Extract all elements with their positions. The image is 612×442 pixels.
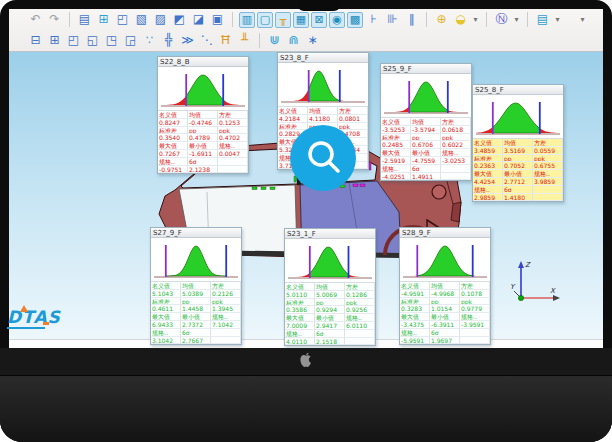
stats-cell: 3.4859 [473,147,503,155]
stats-cell: 规格.. [285,330,315,338]
callout-panel-S22_8_B[interactable]: S22_8_B名义值均值方差0.8247-0.47460.1253标准差pppp… [157,56,249,174]
stats-cell: 6.9433 [151,321,181,329]
stats-cell: 名义值 [285,283,315,291]
normal-distribution-icon[interactable]: Ⓝ [493,11,510,28]
part-box-colored-icon[interactable]: ◱ [84,32,101,49]
callout-panel-S25_9_F[interactable]: S25_9_F名义值均值方差-3.5253-3.57940.0618标准差ppp… [380,63,472,181]
target-dropdown-icon[interactable]: ▾ [471,11,480,28]
stats-row: 0.46111.44581.3945 [151,305,241,313]
stats-row: 0.24850.67060.6022 [381,141,471,149]
search-button[interactable] [290,125,356,191]
assembly-table-icon[interactable]: ⊟ [27,32,44,49]
view-section-icon[interactable]: ⊠ [311,12,327,28]
mirror-planes-icon[interactable]: ∥ [403,11,420,28]
stats-row: -2.5919-4.7559-3.0253 [381,157,471,165]
stats-cell: ppk [460,298,490,306]
view-sphere-icon[interactable]: ◉ [329,12,345,28]
stats-cell: 最大值 [381,149,411,157]
edit-doc-icon[interactable]: ◩ [171,11,188,28]
open-doc-icon[interactable]: ◰ [114,11,131,28]
stats-row: 名义值均值方差 [278,107,368,115]
measure-flag-icon[interactable]: ⊪ [384,11,401,28]
stats-cell: 1.4458 [181,305,211,313]
stats-row: 最大值最小值规格.. [151,313,241,321]
stats-row: 规格..6σ [285,330,375,338]
stats-row: 规格..6σ [400,329,490,337]
measure-caliper-icon[interactable]: ⊦ [365,11,382,28]
stats-cell [533,194,563,202]
fixture-box-icon[interactable]: ◳ [103,32,120,49]
panel-histogram [278,63,368,107]
stats-row: 0.7267-1.69110.0047 [158,150,248,158]
new-doc-icon[interactable]: ⊞ [95,11,112,28]
stats-row: -3.5253-3.57940.0618 [381,126,471,134]
toolbar-separator [69,12,70,27]
stats-row: 4.42542.77123.9859 [473,178,563,186]
panel-histogram [473,95,563,139]
stats-cell: 0.2485 [381,141,411,149]
stats-cell [460,337,490,345]
cube-pin-icon[interactable]: ◲ [122,32,139,49]
clamp-fixture-icon[interactable]: ╨ [236,32,253,49]
stats-cell: 0.1286 [345,291,375,299]
callout-panel-S25_8_F[interactable]: S25_8_F名义值均值方差3.48593.51690.0559标准差ppppk… [472,84,564,202]
locator-pins-icon[interactable]: ∵ [141,32,158,49]
stats-cell: 2.9417 [315,322,345,330]
callout-panel-S27_9_F[interactable]: S27_9_F名义值均值方差5.10435.03890.2126标准差ppppk… [150,227,242,345]
distribution-dropdown-icon[interactable]: ▾ [512,11,521,28]
stats-row: 名义值均值方差 [285,283,375,291]
logo-orange-triangle [20,305,28,312]
stats-cell: 最大值 [151,313,181,321]
node-star-icon[interactable]: ∗ [304,32,321,49]
more-dropdown-icon[interactable]: ▾ [578,11,587,28]
export-doc-icon[interactable]: ▤ [76,11,93,28]
panel-title: S23_1_F [285,229,375,239]
callout-panel-S28_9_F[interactable]: S28_9_F名义值均值方差-4.9591-4.99680.1078标准差ppp… [399,227,491,345]
angle-measure-icon[interactable]: ◒ [452,11,469,28]
vector-arrow-icon[interactable]: ≫ [179,32,196,49]
part-box-icon[interactable]: ◰ [65,32,82,49]
stats-cell: 3.1042 [151,337,181,345]
stats-cell: 均值 [411,118,441,126]
view-table-icon[interactable]: ╥ [275,12,291,28]
report-dropdown-icon[interactable]: ▾ [553,11,562,28]
edit-doc-alt-icon[interactable]: ◪ [190,11,207,28]
panel-title: S25_8_F [473,85,563,95]
print-doc-icon[interactable]: ▣ [209,11,226,28]
view-grid-icon[interactable]: ▩ [347,12,363,28]
undo-icon[interactable]: ↶ [27,11,44,28]
database-run-icon[interactable]: ⋒ [285,32,302,49]
car-rear-lamp [451,202,461,222]
database-sync-icon[interactable]: ⋓ [266,32,283,49]
stats-cell [218,166,248,174]
report-chart-icon[interactable]: ▧ [133,11,150,28]
redo-icon[interactable]: ↷ [46,11,63,28]
stats-cell: 6σ [315,330,345,338]
stats-cell: 5.0110 [285,291,315,299]
stats-cell: 最大值 [473,170,503,178]
height-dimension-icon[interactable]: Ħ [217,32,234,49]
viewport-canvas[interactable]: S22_8_B名义值均值方差0.8247-0.47460.1253标准差pppp… [9,52,603,339]
report-template-icon[interactable]: ▤ [534,11,551,28]
target-alignment-icon[interactable]: ⊕ [433,11,450,28]
axis-x-label: X [550,287,556,295]
panel-stats-table: 名义值均值方差0.8247-0.47460.1253标准差ppppk0.3540… [158,111,248,173]
stats-cell: -5.9591 [400,337,430,345]
stats-cell [211,337,241,345]
stats-cell: -3.9591 [460,321,490,329]
view-columns-icon[interactable]: ▥ [239,12,255,28]
stats-cell: ppk [211,298,241,306]
dof-network-icon[interactable]: ╬ [160,32,177,49]
vector-segment-icon[interactable]: ⋱ [198,32,215,49]
callout-panel-S23_1_F[interactable]: S23_1_F名义值均值方差5.01105.00690.1286标准差ppppk… [284,228,376,346]
stats-cell: 均值 [315,283,345,291]
assembly-table-add-icon[interactable]: ⊞ [46,32,63,49]
stats-cell: 2.7372 [181,321,211,329]
stats-cell: -0.4746 [188,119,218,127]
view-viewport-icon[interactable]: ▢ [257,12,273,28]
stats-row: 5.10435.03890.2126 [151,290,241,298]
stats-row: 标准差ppppk [151,298,241,306]
view-mesh-icon[interactable]: ▦ [293,12,309,28]
stats-cell: 最小值 [411,149,441,157]
report-chart-alt-icon[interactable]: ▨ [152,11,169,28]
